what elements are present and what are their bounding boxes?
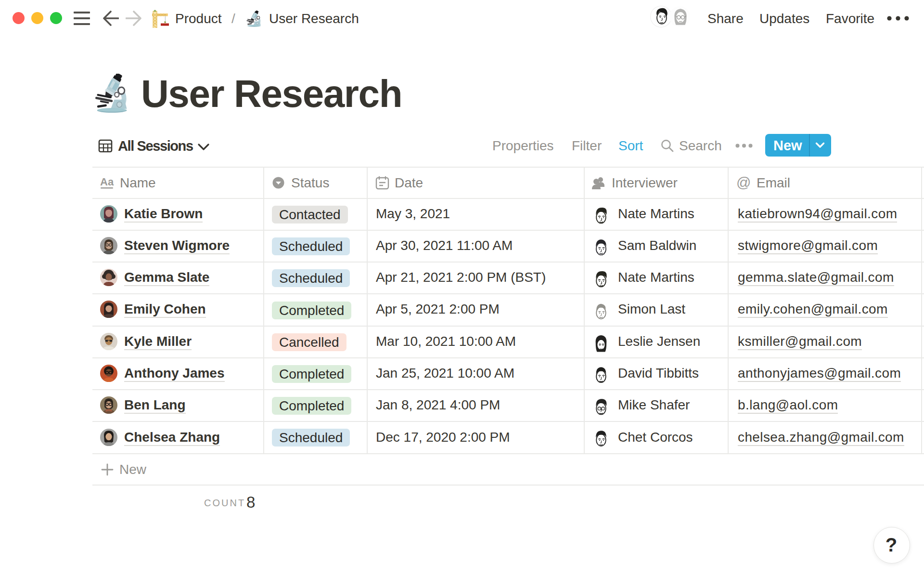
svg-text:Aa: Aa bbox=[100, 176, 114, 188]
